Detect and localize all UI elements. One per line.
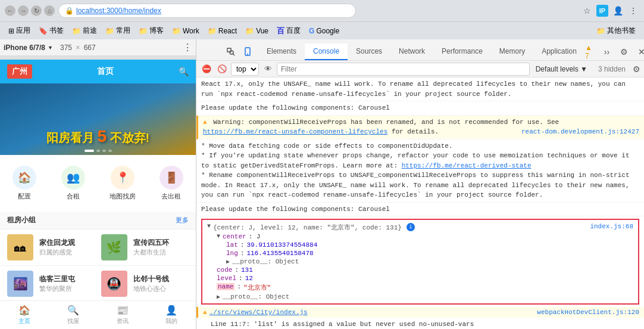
devtools-close-button[interactable]: ✕ <box>634 44 644 60</box>
inspect-icon[interactable] <box>223 44 239 60</box>
peizhun-icon: 🏠 <box>12 166 36 190</box>
item-title-3: 临客三里屯 <box>39 274 95 284</box>
address-bar[interactable]: 🔒 localhost:3000/home/index <box>58 4 356 18</box>
device-icon[interactable] <box>239 44 256 60</box>
obj-lng-key: lng <box>226 250 238 257</box>
obj-info-icon: i <box>407 223 415 231</box>
bookmark-react[interactable]: 📁 React <box>204 26 240 36</box>
map-label: 地图找房 <box>110 192 136 201</box>
bookmark-blog[interactable]: 📁 博客 <box>135 24 167 37</box>
star-icon[interactable]: ☆ <box>581 5 593 17</box>
tab-application[interactable]: Application <box>533 44 585 60</box>
home-button[interactable]: ⌂ <box>44 5 55 16</box>
home-tab-button[interactable]: 首页 <box>97 66 114 77</box>
no-cors-button[interactable]: 🚫 <box>215 63 229 76</box>
webpack-error-detail: Line 11:7: 'list' is assigned a value bu… <box>196 318 644 329</box>
peizhun-label: 配置 <box>18 192 31 201</box>
section-header: 租房小组 更多 <box>0 212 196 229</box>
device-name: iPhone 6/7/8 <box>4 44 45 52</box>
chuzhu-label: 去出租 <box>161 192 181 201</box>
obj-center-expander[interactable]: ▼ <box>217 233 220 240</box>
chuzhu-icon: 🚪 <box>160 166 183 190</box>
derived-state-link[interactable]: https://fb.me/react-derived-state <box>402 162 532 169</box>
tab-elements[interactable]: Elements <box>258 44 305 60</box>
bottom-nav-search[interactable]: 🔍 找屋 <box>49 301 98 329</box>
city-button[interactable]: 广州 <box>7 64 32 79</box>
obj-code-key: code <box>217 266 232 274</box>
bookmark-google[interactable]: G Google <box>305 26 343 36</box>
eye-button[interactable]: 👁 <box>261 63 274 76</box>
icon-peizhun[interactable]: 🏠 配置 <box>0 161 49 206</box>
banner-dot-3 <box>108 150 112 152</box>
obj-proto1-expander[interactable]: ▶ <box>226 258 230 265</box>
webpack-file-link[interactable]: ./src/views/City/index.js <box>210 309 308 316</box>
hidden-count: 3 hidden <box>593 65 630 73</box>
list-item[interactable]: 🏘 家住回龙观 归属的感觉 🌿 宣传四五环 大都市生活 <box>0 229 196 266</box>
banner-text: 阳房看月 5 不放弃! <box>46 127 149 146</box>
bookmark-others[interactable]: 📁 其他书签 <box>593 24 639 37</box>
search-button[interactable]: 🔍 <box>179 67 189 76</box>
icon-hezi[interactable]: 👥 合租 <box>49 161 98 206</box>
extension-icon[interactable]: IP <box>596 5 608 17</box>
bookmarks-label: 书签 <box>49 26 64 36</box>
obj-expander-root[interactable]: ▼ <box>207 223 211 229</box>
folder-icon-changyong: 📁 <box>105 27 114 35</box>
icon-chuzhu[interactable]: 🚪 去出租 <box>147 161 196 206</box>
folder-label-blog: 博客 <box>149 26 164 36</box>
svg-point-2 <box>230 51 233 54</box>
tab-performance[interactable]: Performance <box>433 44 491 60</box>
devtools-more-button[interactable]: ›› <box>599 44 614 60</box>
console-settings-icon[interactable]: ⚙ <box>633 64 640 74</box>
bookmark-work[interactable]: 📁 Work <box>168 26 203 36</box>
profile-icon[interactable]: 👤 <box>612 5 624 17</box>
warning-link[interactable]: https://fb.me/react-unsafe-component-lif… <box>203 128 387 135</box>
bookmark-qiantu[interactable]: 📁 前途 <box>68 24 101 37</box>
item-subtitle-1: 归属的感觉 <box>39 248 95 257</box>
console-toolbar: ⛔ 🚫 top 👁 Default levels ▼ 3 hidden ⚙ <box>196 61 644 77</box>
obj-proto2-expander[interactable]: ▶ <box>217 293 220 300</box>
log-levels-selector[interactable]: Default levels ▼ <box>532 65 591 73</box>
webpack-line-ref[interactable]: webpackHotDevClient.js:120 <box>537 309 639 316</box>
banner-content: 阳房看月 5 不放弃! <box>12 127 184 146</box>
bottom-nav-profile[interactable]: 👤 我的 <box>147 301 196 329</box>
device-dims: 375 × 667 <box>60 44 96 52</box>
context-selector[interactable]: top <box>231 63 259 76</box>
more-icon[interactable]: ⋮ <box>627 5 639 17</box>
tab-console[interactable]: Console <box>305 44 348 60</box>
clear-console-button[interactable]: ⛔ <box>200 63 213 76</box>
bottom-nav-home[interactable]: 🏠 主页 <box>0 301 49 329</box>
section-more-button[interactable]: 更多 <box>176 216 189 225</box>
tab-memory[interactable]: Memory <box>491 44 533 60</box>
list-item-2[interactable]: 🌆 临客三里屯 繁华的聚所 🚇 比邻十号线 地铁心连心 <box>0 266 196 300</box>
back-button[interactable]: ← <box>5 5 15 16</box>
obj-line-ref[interactable]: index.js:68 <box>590 223 633 230</box>
obj-lat-value: 39.911013374554884 <box>246 241 317 249</box>
search-nav-label: 找屋 <box>67 317 79 325</box>
warning-line-ref[interactable]: react-dom.development.js:12427 <box>521 127 639 137</box>
bookmark-apps[interactable]: ⊞ 应用 <box>5 24 34 37</box>
item-info-2: 宣传四五环 大都市生活 <box>133 238 189 257</box>
device-more-button[interactable]: ⋮ <box>183 42 192 53</box>
bookmark-baidu[interactable]: 百 百度 <box>273 24 304 38</box>
mobile-header: 广州 首页 🔍 <box>0 60 196 83</box>
item-subtitle-2: 大都市生活 <box>133 248 189 257</box>
obj-code-line: code : 131 <box>207 266 633 274</box>
devtools-settings-button[interactable]: ⚙ <box>617 44 632 60</box>
device-selector[interactable]: iPhone 6/7/8 ▼ <box>4 44 53 52</box>
tab-sources[interactable]: Sources <box>348 44 390 60</box>
baidu-icon: 百 <box>277 26 285 36</box>
obj-level-line: level : 12 <box>207 274 633 283</box>
main-content: iPhone 6/7/8 ▼ 375 × 667 ⋮ 广州 <box>0 39 644 329</box>
home-nav-icon: 🏠 <box>18 305 30 316</box>
filter-input[interactable] <box>277 63 530 76</box>
bookmark-changyong[interactable]: 📁 常用 <box>102 24 134 37</box>
tab-network[interactable]: Network <box>390 44 433 60</box>
bookmark-bookmarks[interactable]: 🔖 书签 <box>35 24 67 37</box>
bookmark-vue[interactable]: 📁 Vue <box>242 26 272 36</box>
icon-map[interactable]: 📍 地图找房 <box>98 161 147 206</box>
forward-button[interactable]: → <box>18 5 29 16</box>
bottom-nav-news[interactable]: 📰 资讯 <box>98 301 147 329</box>
item-title-4: 比邻十号线 <box>133 274 189 284</box>
reload-button[interactable]: ↻ <box>31 5 42 16</box>
folder-icon-qiantu: 📁 <box>72 27 81 35</box>
